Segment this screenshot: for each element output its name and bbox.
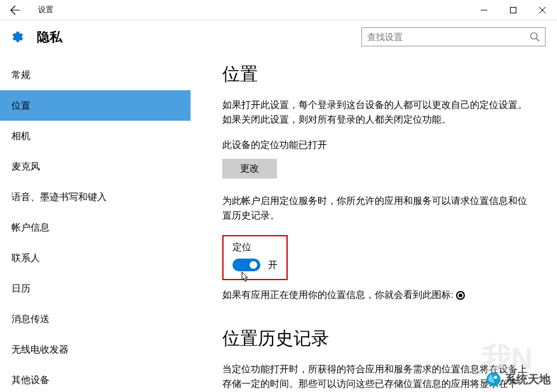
svg-point-4	[531, 33, 537, 39]
nav-messaging[interactable]: 消息传送	[0, 304, 191, 334]
location-toggle[interactable]	[232, 259, 260, 271]
close-button[interactable]	[528, 0, 557, 20]
gear-icon	[11, 30, 24, 43]
back-button[interactable]	[0, 0, 30, 20]
svg-point-7	[494, 376, 497, 379]
minimize-button[interactable]	[469, 0, 499, 20]
search-icon	[530, 32, 540, 42]
watermark-text: 系统天地	[505, 372, 551, 387]
toggle-row: 开	[232, 259, 278, 271]
page-title: 隐私	[37, 29, 361, 46]
watermark-icon	[486, 372, 501, 387]
indicator-text: 如果有应用正在使用你的位置信息，你就会看到此图标:	[222, 289, 453, 301]
search-box[interactable]	[361, 27, 546, 46]
toggle-state-text: 开	[268, 259, 278, 271]
nav-general[interactable]: 常规	[0, 60, 191, 90]
toggle-knob	[250, 261, 257, 269]
section-location-title: 位置	[222, 62, 532, 86]
nav-radios[interactable]: 无线电收发器	[0, 334, 191, 365]
nav-speech-inking[interactable]: 语音、墨迹书写和键入	[0, 182, 191, 212]
content: 常规 位置 相机 麦克风 语音、墨迹书写和键入 帐户信息 联系人 日历 消息传送…	[0, 53, 557, 392]
nav-calendar[interactable]: 日历	[0, 273, 191, 304]
device-location-status: 此设备的定位功能已打开	[222, 139, 532, 151]
window-controls	[469, 0, 557, 20]
account-location-description: 为此帐户启用定位服务时，你所允许的应用和服务可以请求位置信息和位置历史记录。	[222, 194, 532, 222]
minimize-icon	[481, 7, 487, 13]
close-icon	[539, 7, 546, 13]
change-button[interactable]: 更改	[222, 159, 277, 179]
titlebar: 设置	[0, 0, 557, 20]
nav-microphone[interactable]: 麦克风	[0, 151, 191, 182]
svg-rect-1	[511, 7, 516, 13]
location-toggle-label: 定位	[232, 241, 278, 253]
svg-line-5	[537, 39, 540, 42]
nav-camera[interactable]: 相机	[0, 121, 191, 151]
window-title: 设置	[30, 4, 469, 15]
search-input[interactable]	[367, 32, 530, 42]
back-arrow-icon	[10, 5, 20, 15]
location-indicator-line: 如果有应用正在使用你的位置信息，你就会看到此图标:	[222, 289, 532, 301]
header: 隐私	[0, 20, 557, 53]
maximize-icon	[510, 7, 516, 13]
highlight-box: 定位 开	[222, 235, 288, 280]
maximize-button[interactable]	[499, 0, 528, 20]
nav-account-info[interactable]: 帐户信息	[0, 212, 191, 243]
nav-other-devices[interactable]: 其他设备	[0, 365, 191, 392]
nav-location[interactable]: 位置	[0, 90, 191, 121]
cursor-icon	[241, 271, 250, 283]
location-description: 如果打开此设置，每个登录到这台设备的人都可以更改自己的定位设置。如果关闭此设置，…	[222, 98, 532, 126]
location-indicator-icon	[456, 291, 465, 300]
watermark: 系统天地	[486, 372, 551, 387]
nav-contacts[interactable]: 联系人	[0, 243, 191, 273]
sidebar: 常规 位置 相机 麦克风 语音、墨迹书写和键入 帐户信息 联系人 日历 消息传送…	[0, 53, 191, 392]
